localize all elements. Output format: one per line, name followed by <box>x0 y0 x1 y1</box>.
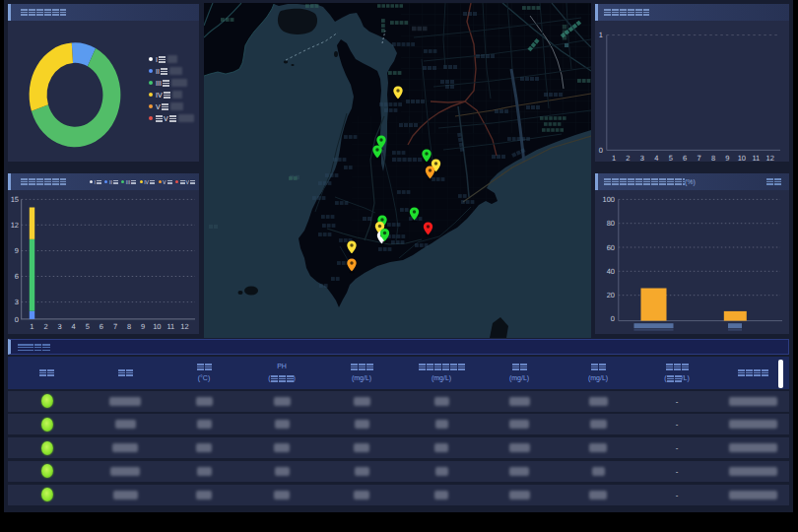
svg-text:20: 20 <box>607 291 615 299</box>
svg-text:12: 12 <box>766 154 774 163</box>
svg-text:6: 6 <box>15 272 19 281</box>
svg-text:12: 12 <box>180 322 188 331</box>
svg-text:6: 6 <box>100 322 103 331</box>
svg-text:100: 100 <box>602 195 615 204</box>
svg-text:7: 7 <box>697 154 700 163</box>
svg-text:9: 9 <box>15 246 19 255</box>
svg-text:1: 1 <box>599 31 603 39</box>
svg-text:3: 3 <box>58 322 62 331</box>
svg-text:4: 4 <box>654 154 658 163</box>
svg-text:7: 7 <box>113 322 117 331</box>
svg-text:10: 10 <box>153 322 161 331</box>
svg-text:9: 9 <box>141 322 145 331</box>
svg-text:8: 8 <box>127 322 131 331</box>
svg-text:12: 12 <box>11 221 19 230</box>
svg-text:10: 10 <box>738 154 746 163</box>
svg-text:2: 2 <box>43 322 47 331</box>
svg-text:0: 0 <box>599 146 603 155</box>
svg-text:1: 1 <box>30 322 33 331</box>
svg-text:0: 0 <box>15 315 19 324</box>
svg-text:3: 3 <box>15 298 19 306</box>
svg-text:2: 2 <box>626 154 630 163</box>
svg-text:15: 15 <box>11 195 19 204</box>
svg-text:60: 60 <box>607 243 615 252</box>
svg-text:5: 5 <box>669 154 673 163</box>
svg-text:4: 4 <box>72 322 76 331</box>
svg-text:0: 0 <box>611 314 615 323</box>
svg-text:8: 8 <box>711 154 715 163</box>
svg-text:80: 80 <box>607 219 615 228</box>
svg-text:11: 11 <box>167 322 175 331</box>
svg-text:3: 3 <box>640 154 644 163</box>
svg-text:1: 1 <box>612 154 616 163</box>
svg-text:5: 5 <box>86 322 90 331</box>
svg-text:40: 40 <box>607 267 615 276</box>
svg-text:6: 6 <box>683 154 687 163</box>
svg-text:9: 9 <box>725 154 729 163</box>
svg-text:11: 11 <box>752 154 760 163</box>
